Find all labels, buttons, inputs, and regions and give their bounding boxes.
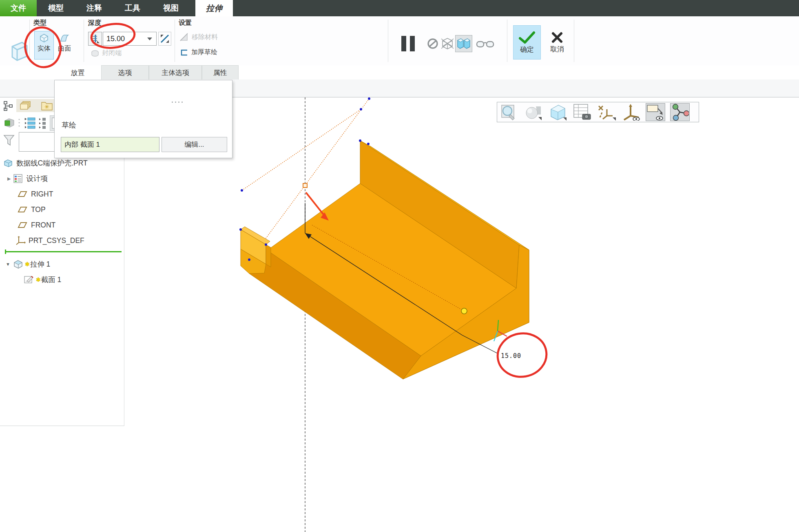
annotation-display-button[interactable]: [646, 103, 665, 121]
sketch-centerline: [242, 109, 361, 190]
view-manager-icon: [573, 104, 591, 121]
annotation-display-icon: [646, 104, 665, 121]
sketch-label: 草绘: [62, 120, 76, 130]
datum-plane-icon: [17, 205, 28, 214]
view-manager-button[interactable]: [572, 103, 592, 121]
expand-arrow-icon[interactable]: ▶: [7, 176, 11, 181]
menu-file[interactable]: 文件: [0, 0, 37, 16]
expand-list-icon[interactable]: [24, 117, 37, 129]
tab-placement[interactable]: 放置: [54, 65, 101, 79]
cancel-label: 取消: [550, 44, 564, 54]
graphics-toolbar: [497, 102, 699, 122]
filter-icon[interactable]: [3, 134, 15, 147]
tree-item-front-plane[interactable]: FRONT: [17, 217, 55, 233]
tree-item-label: TOP: [31, 205, 46, 214]
menu-annotate[interactable]: 注释: [75, 0, 113, 16]
tree-item-label: RIGHT: [31, 190, 53, 199]
favorites-folder-icon[interactable]: ✳: [41, 100, 53, 111]
tree-item-label: 拉伸 1: [30, 259, 51, 269]
cancel-button[interactable]: 取消: [544, 25, 570, 60]
collapse-list-icon[interactable]: [38, 117, 51, 129]
ribbon-separator: [574, 20, 574, 62]
model-left-wall-inner[interactable]: [266, 245, 271, 267]
tree-structure-icon[interactable]: [3, 101, 14, 111]
pause-bar: [401, 36, 406, 51]
surface-type-button[interactable]: 曲面: [55, 31, 74, 60]
ribbon-separator: [507, 20, 507, 62]
depth-dropdown-caret[interactable]: [147, 38, 152, 40]
tree-item-label: 截面 1: [41, 275, 62, 285]
tab-options[interactable]: 选项: [101, 65, 149, 79]
depth-input-group: [103, 32, 157, 46]
tree-item-top-plane[interactable]: TOP: [17, 202, 46, 217]
collapse-arrow-icon[interactable]: ▼: [6, 262, 10, 267]
tab-properties[interactable]: 属性: [202, 65, 239, 79]
pause-button[interactable]: [399, 36, 417, 52]
ribbon-separator: [84, 20, 84, 62]
flip-direction-button[interactable]: [158, 32, 171, 46]
solid-label: 实体: [38, 44, 51, 53]
remove-material-toggle[interactable]: 移除材料: [179, 33, 218, 42]
remove-material-label: 移除材料: [192, 33, 218, 42]
display-style-button[interactable]: [523, 103, 543, 121]
capped-ends-label: 封闭端: [102, 49, 122, 57]
check-feature-button[interactable]: [475, 35, 496, 52]
no-preview-icon: [427, 38, 439, 50]
thicken-sketch-toggle[interactable]: 加厚草绘: [179, 48, 217, 57]
show-model-icon[interactable]: [3, 117, 15, 128]
tree-item-csys[interactable]: PRT_CSYS_DEF: [15, 233, 84, 248]
depth-value-input[interactable]: [103, 35, 144, 43]
remove-material-icon: [179, 33, 189, 42]
menu-tools[interactable]: 工具: [113, 0, 152, 16]
ribbon-separator: [29, 20, 30, 62]
refit-button[interactable]: [499, 103, 518, 121]
menu-view[interactable]: 视图: [152, 0, 190, 16]
toolbar-dots: [18, 118, 21, 128]
display-style-icon: [525, 104, 542, 120]
folders-icon[interactable]: [20, 100, 32, 111]
cancel-x-icon: [551, 31, 563, 44]
regenerate-star-icon: ✱: [36, 276, 41, 283]
model-scene: 15.00: [124, 97, 799, 532]
placement-panel: 草绘 内部 截面 1 编辑...: [54, 80, 232, 158]
extrude-ribbon: 类型 实体 曲面 深度: [0, 16, 799, 65]
extrude-feature-icon: [13, 259, 23, 269]
surface-label: 曲面: [58, 44, 71, 53]
ok-button[interactable]: 确定: [513, 25, 541, 60]
glasses-icon: [476, 38, 495, 49]
tree-item-section1[interactable]: ✱ 截面 1: [24, 272, 61, 287]
capped-ends-icon: [91, 49, 100, 57]
tab-extrude-active[interactable]: 拉伸: [195, 0, 233, 16]
tree-insert-indicator[interactable]: [5, 251, 122, 252]
menu-model[interactable]: 模型: [37, 0, 75, 16]
tree-root-label: 数据线C端保护壳.PRT: [16, 158, 88, 168]
tree-item-extrude1[interactable]: ▼ ✱ 拉伸 1: [6, 256, 50, 272]
extruded-model[interactable]: [241, 141, 529, 379]
wireframe-preview-button[interactable]: [439, 35, 456, 52]
tab-body-options[interactable]: 主体选项: [149, 65, 202, 79]
saved-orientations-button[interactable]: [548, 103, 567, 121]
sketch-feature-icon: [24, 275, 34, 285]
datum-plane-icon: [17, 221, 28, 229]
thicken-sketch-icon: [179, 49, 188, 57]
solid-type-button[interactable]: 实体: [34, 31, 54, 60]
dimension-value[interactable]: 15.00: [501, 352, 521, 360]
tree-item-label: 设计项: [26, 174, 48, 183]
design-items-icon: [13, 174, 23, 183]
solid-cube-icon: [39, 33, 49, 43]
spin-center-button[interactable]: [670, 103, 690, 121]
regenerate-star-icon: ✱: [25, 261, 30, 267]
attached-preview-icon: [456, 37, 471, 50]
panel-grip-handle[interactable]: [172, 102, 183, 103]
drag-handle[interactable]: [461, 308, 467, 314]
datum-display-button[interactable]: [597, 103, 616, 121]
graphics-canvas[interactable]: 15.00: [124, 97, 799, 532]
csys-display-button[interactable]: [621, 103, 641, 121]
sketch-edit-button[interactable]: 编辑...: [162, 137, 227, 152]
tree-item-design-items[interactable]: ▶ 设计项: [7, 171, 48, 186]
attached-preview-button[interactable]: [455, 35, 472, 52]
tree-item-right-plane[interactable]: RIGHT: [17, 186, 53, 202]
sketch-collector-field[interactable]: 内部 截面 1: [61, 137, 159, 152]
depth-type-button[interactable]: [88, 32, 102, 46]
capped-ends-toggle[interactable]: 封闭端: [91, 49, 122, 57]
